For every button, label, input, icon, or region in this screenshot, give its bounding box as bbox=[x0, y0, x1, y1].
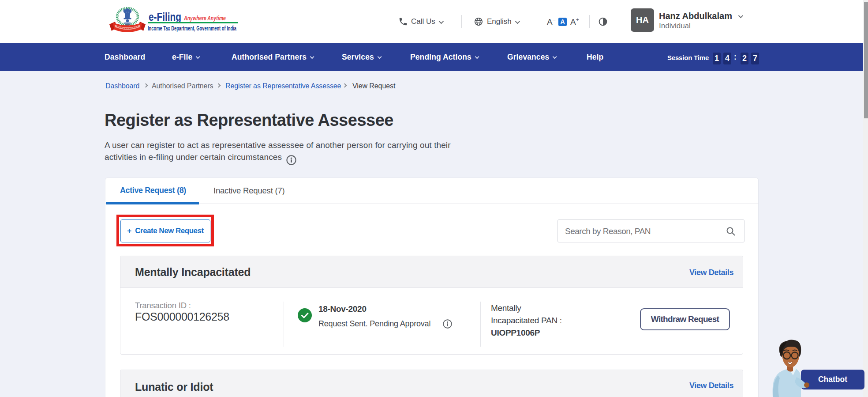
svg-text:Anywhere Anytime: Anywhere Anytime bbox=[183, 14, 226, 22]
svg-text:e-Filing: e-Filing bbox=[149, 11, 181, 23]
svg-text:Income Tax Department, Governm: Income Tax Department, Government of Ind… bbox=[148, 25, 236, 32]
